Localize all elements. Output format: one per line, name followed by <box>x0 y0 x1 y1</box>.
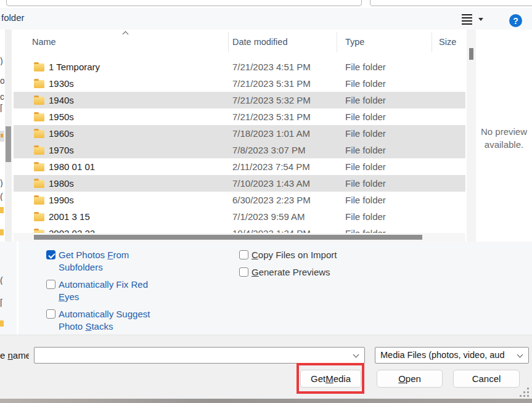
date-modified: 7/18/2023 1:01 AM <box>232 125 310 142</box>
file-type: File folder <box>345 108 386 125</box>
column-divider[interactable] <box>337 32 337 52</box>
date-modified: 7/21/2023 5:31 PM <box>232 75 311 92</box>
checkbox-automatically-fix-red-eyes[interactable]: Automatically Fix RedEyes <box>46 279 148 303</box>
search-box-partial[interactable] <box>370 0 532 6</box>
column-header-size[interactable]: Size <box>439 37 456 47</box>
folder-icon <box>1 134 3 137</box>
import-options-panel: Get Photos FromSubfoldersAutomatically F… <box>0 242 532 335</box>
checkbox-checked[interactable] <box>46 250 55 259</box>
checkbox-generate-previews[interactable]: Generate Previews <box>239 266 330 279</box>
folder-icon <box>0 320 4 327</box>
file-type: File folder <box>345 125 386 142</box>
file-name: 1960s <box>49 125 74 142</box>
nav-item-text-fragment: c <box>0 92 4 101</box>
nav-selected-item-fragment <box>0 131 4 142</box>
folder-icon <box>34 213 44 221</box>
nav-item-text-fragment: ( <box>0 192 4 201</box>
table-row[interactable]: 1980s7/10/2023 1:43 AMFile folder <box>14 175 465 192</box>
column-divider[interactable] <box>432 32 432 52</box>
checkbox-unchecked[interactable] <box>239 267 248 277</box>
dialog-footer: e name: Media Files (photos, video, aud … <box>0 335 532 403</box>
horizontal-scrollbar-thumb[interactable] <box>34 235 422 240</box>
chevron-down-icon[interactable] <box>353 352 359 358</box>
file-name: 1970s <box>49 142 74 158</box>
annotation-highlight-box <box>297 363 364 394</box>
table-row[interactable]: 2001 3 157/1/2023 9:59 AMFile folder <box>14 208 465 225</box>
column-header-date-modified[interactable]: Date modified <box>232 37 287 47</box>
file-type: File folder <box>345 158 386 175</box>
date-modified: 2/11/2023 7:54 PM <box>232 158 310 175</box>
nav-scrollbar[interactable] <box>5 30 12 242</box>
file-type-select[interactable]: Media Files (photos, video, aud <box>375 347 529 364</box>
checkbox-label: Get Photos FromSubfolders <box>59 249 129 274</box>
left-navigation-pane-edge: )oc[)( <box>0 30 14 242</box>
column-header-name[interactable]: Name <box>32 37 56 47</box>
checkbox-copy-files-on-import[interactable]: Copy Files on Import <box>239 249 337 261</box>
file-name-label: e name: <box>0 347 29 364</box>
table-row[interactable]: 1940s7/21/2023 5:32 PMFile folder <box>14 92 465 108</box>
file-name: 1950s <box>49 108 74 125</box>
file-type: File folder <box>345 75 386 92</box>
file-name: 1980 01 01 <box>49 158 95 175</box>
column-divider[interactable] <box>228 32 229 52</box>
checkbox-get-photos-from-subfolders[interactable]: Get Photos FromSubfolders <box>46 249 129 274</box>
nav-item-text-fragment: ) <box>0 57 4 65</box>
chevron-down-icon[interactable] <box>478 18 483 21</box>
column-header-type[interactable]: Type <box>345 37 364 47</box>
open-button[interactable]: Open <box>377 370 443 388</box>
folder-icon <box>0 207 4 213</box>
nav-item-text-fragment: ) <box>0 179 4 187</box>
no-preview-line1: No preview <box>481 126 527 137</box>
list-header: Name Date modified Type Size <box>14 30 465 54</box>
file-type: File folder <box>345 225 386 233</box>
file-name: 1930s <box>49 75 74 92</box>
table-row[interactable]: 1950s7/21/2023 5:31 PMFile folder <box>14 108 465 125</box>
file-type: File folder <box>345 92 386 108</box>
checkbox-label: Automatically SuggestPhoto Stacks <box>59 308 150 333</box>
date-modified: 10/4/2023 1:34 PM <box>232 225 311 233</box>
checkbox-label: Copy Files on Import <box>252 249 337 261</box>
list-view-icon[interactable] <box>462 14 472 25</box>
folder-icon <box>0 229 4 235</box>
folder-icon <box>34 80 44 88</box>
checkbox-label: Generate Previews <box>252 266 330 279</box>
checkbox-unchecked[interactable] <box>46 280 55 289</box>
sort-ascending-icon <box>123 31 129 38</box>
checkbox-automatically-suggest-photo-stacks[interactable]: Automatically SuggestPhoto Stacks <box>46 308 150 333</box>
checkbox-label: Automatically Fix RedEyes <box>59 279 148 303</box>
resize-grip[interactable] <box>520 388 530 397</box>
date-modified: 7/1/2023 9:59 AM <box>232 208 305 225</box>
file-type: File folder <box>345 208 386 225</box>
table-row[interactable]: 1990s6/30/2023 2:23 PMFile folder <box>14 192 465 208</box>
table-row[interactable]: 1980 01 012/11/2023 7:54 PMFile folder <box>14 158 465 175</box>
date-modified: 7/21/2023 5:32 PM <box>232 92 311 108</box>
window-bottom-edge <box>0 399 532 403</box>
file-type: File folder <box>345 192 386 208</box>
vertical-scrollbar-thumb[interactable] <box>469 48 473 60</box>
no-preview-line2: available. <box>485 139 523 150</box>
help-button[interactable]: ? <box>509 14 522 27</box>
nav-scrollbar-thumb[interactable] <box>6 126 11 162</box>
table-row[interactable]: 1960s7/18/2023 1:01 AMFile folder <box>14 125 465 142</box>
table-row[interactable]: 2002 02 2210/4/2023 1:34 PMFile folder <box>14 225 465 233</box>
file-name: 2002 02 22 <box>49 225 95 233</box>
table-row[interactable]: 1 Temporary7/21/2023 4:51 PMFile folder <box>14 59 465 75</box>
address-bar-partial[interactable] <box>6 0 362 6</box>
checkbox-unchecked[interactable] <box>239 250 248 259</box>
checkbox-unchecked[interactable] <box>46 309 55 319</box>
folder-icon <box>34 130 44 138</box>
file-name-input[interactable] <box>34 347 365 364</box>
file-list: Name Date modified Type Size 1 Temporary… <box>14 30 465 242</box>
table-row[interactable]: 1970s7/8/2023 3:07 PMFile folder <box>14 142 465 158</box>
folder-icon <box>34 147 44 155</box>
table-row[interactable]: 1930s7/21/2023 5:31 PMFile folder <box>14 75 465 92</box>
vertical-scrollbar[interactable] <box>467 30 476 242</box>
new-folder-button-partial[interactable]: folder <box>1 12 25 23</box>
import-media-dialog: folder ? )oc[)( Name Date modified Type … <box>0 0 532 403</box>
horizontal-scrollbar[interactable] <box>14 233 465 242</box>
file-name: 1940s <box>49 92 74 108</box>
chevron-down-icon <box>517 352 523 358</box>
file-type: File folder <box>345 59 386 75</box>
cancel-button[interactable]: Cancel <box>453 370 520 388</box>
nav-item-text-fragment: [ <box>0 298 4 307</box>
